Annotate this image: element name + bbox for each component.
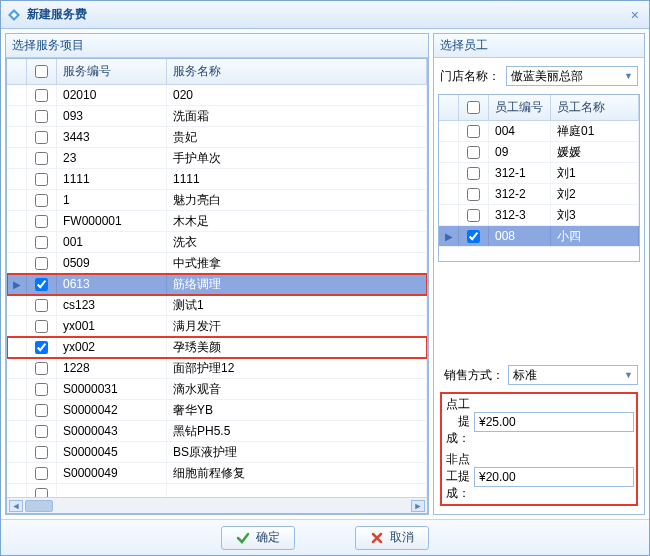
row-checkbox-cell (459, 163, 489, 183)
table-row[interactable]: 3443贵妃 (7, 127, 427, 148)
row-code: 312-1 (489, 163, 551, 183)
table-row[interactable]: 23手护单次 (7, 148, 427, 169)
employee-rows[interactable]: 004禅庭0109媛媛312-1刘1312-2刘2312-3刘3▶008小四 (439, 121, 639, 261)
row-checkbox-cell (27, 295, 57, 315)
table-row[interactable]: 1228面部护理12 (7, 358, 427, 379)
row-checkbox[interactable] (35, 194, 48, 207)
row-name: 媛媛 (551, 142, 639, 162)
col-service-code[interactable]: 服务编号 (57, 59, 167, 84)
row-indicator (439, 121, 459, 141)
table-row[interactable]: 004禅庭01 (439, 121, 639, 142)
row-checkbox[interactable] (467, 209, 480, 222)
row-checkbox-cell (27, 358, 57, 378)
table-row[interactable]: 093洗面霜 (7, 106, 427, 127)
row-checkbox[interactable] (467, 146, 480, 159)
row-checkbox[interactable] (35, 362, 48, 375)
cancel-button[interactable]: 取消 (355, 526, 429, 550)
row-name: 禅庭01 (551, 121, 639, 141)
row-indicator (7, 148, 27, 168)
table-row[interactable] (7, 484, 427, 497)
scroll-right-icon[interactable]: ► (411, 500, 425, 512)
row-checkbox[interactable] (35, 278, 48, 291)
col-emp-code[interactable]: 员工编号 (489, 95, 551, 120)
check-all-employees[interactable] (467, 101, 480, 114)
row-name: 刘2 (551, 184, 639, 204)
table-row[interactable]: S0000031滴水观音 (7, 379, 427, 400)
row-checkbox[interactable] (35, 404, 48, 417)
table-row[interactable]: 001洗衣 (7, 232, 427, 253)
h-scrollbar[interactable]: ◄ ► (7, 497, 427, 513)
table-row[interactable]: 312-3刘3 (439, 205, 639, 226)
row-checkbox[interactable] (35, 131, 48, 144)
col-emp-name[interactable]: 员工名称 (551, 95, 639, 120)
row-name: 020 (167, 85, 427, 105)
col-checkbox (27, 59, 57, 84)
check-all-services[interactable] (35, 65, 48, 78)
col-service-name[interactable]: 服务名称 (167, 59, 427, 84)
row-checkbox[interactable] (35, 173, 48, 186)
table-row[interactable]: 02010020 (7, 85, 427, 106)
row-checkbox[interactable] (35, 488, 48, 498)
table-row[interactable]: 11111111 (7, 169, 427, 190)
row-checkbox-cell (27, 127, 57, 147)
row-indicator: ▶ (7, 274, 27, 294)
table-row[interactable]: S0000043黑钻PH5.5 (7, 421, 427, 442)
table-row[interactable]: FW000001木木足 (7, 211, 427, 232)
row-code: 02010 (57, 85, 167, 105)
table-row[interactable]: S0000042奢华YB (7, 400, 427, 421)
row-name: 细胞前程修复 (167, 463, 427, 483)
row-indicator (439, 142, 459, 162)
commission2-input[interactable] (474, 467, 634, 487)
row-checkbox[interactable] (467, 230, 480, 243)
table-row[interactable]: yx002孕琇美颜 (7, 337, 427, 358)
table-row[interactable]: S0000049细胞前程修复 (7, 463, 427, 484)
table-row[interactable]: 1魅力亮白 (7, 190, 427, 211)
titlebar: 新建服务费 × (1, 1, 649, 29)
row-checkbox[interactable] (35, 110, 48, 123)
table-row[interactable]: ▶0613筋络调理 (7, 274, 427, 295)
store-select[interactable]: 傲蓝美丽总部 ▼ (506, 66, 638, 86)
row-checkbox[interactable] (35, 89, 48, 102)
row-checkbox-cell (459, 184, 489, 204)
table-row[interactable]: 312-2刘2 (439, 184, 639, 205)
table-row[interactable]: 312-1刘1 (439, 163, 639, 184)
table-row[interactable]: cs123测试1 (7, 295, 427, 316)
sale-mode-select[interactable]: 标准 ▼ (508, 365, 638, 385)
row-checkbox[interactable] (35, 236, 48, 249)
row-checkbox[interactable] (35, 467, 48, 480)
row-checkbox[interactable] (35, 446, 48, 459)
row-checkbox[interactable] (35, 215, 48, 228)
row-checkbox-cell (459, 226, 489, 246)
close-icon[interactable]: × (627, 7, 643, 23)
row-checkbox[interactable] (467, 125, 480, 138)
row-checkbox-cell (27, 211, 57, 231)
row-code: 3443 (57, 127, 167, 147)
table-row[interactable]: 0509中式推拿 (7, 253, 427, 274)
row-checkbox[interactable] (35, 425, 48, 438)
row-name: 手护单次 (167, 148, 427, 168)
row-name: 魅力亮白 (167, 190, 427, 210)
table-row[interactable]: ▶008小四 (439, 226, 639, 247)
commission1-input[interactable] (474, 412, 634, 432)
col-indicator (7, 59, 27, 84)
row-checkbox[interactable] (35, 383, 48, 396)
row-checkbox[interactable] (35, 299, 48, 312)
table-row[interactable]: S0000045BS原液护理 (7, 442, 427, 463)
row-checkbox-cell (27, 148, 57, 168)
scroll-left-icon[interactable]: ◄ (9, 500, 23, 512)
store-label: 门店名称： (440, 68, 500, 85)
row-checkbox[interactable] (467, 167, 480, 180)
scroll-thumb[interactable] (25, 500, 53, 512)
table-row[interactable]: 09媛媛 (439, 142, 639, 163)
table-row[interactable]: yx001满月发汗 (7, 316, 427, 337)
row-code: yx001 (57, 316, 167, 336)
row-checkbox[interactable] (35, 320, 48, 333)
ok-button[interactable]: 确定 (221, 526, 295, 550)
row-indicator (7, 358, 27, 378)
row-checkbox[interactable] (35, 341, 48, 354)
row-name: 小四 (551, 226, 639, 246)
row-checkbox[interactable] (35, 257, 48, 270)
service-rows[interactable]: 02010020093洗面霜3443贵妃23手护单次111111111魅力亮白F… (7, 85, 427, 497)
row-checkbox[interactable] (467, 188, 480, 201)
row-checkbox[interactable] (35, 152, 48, 165)
